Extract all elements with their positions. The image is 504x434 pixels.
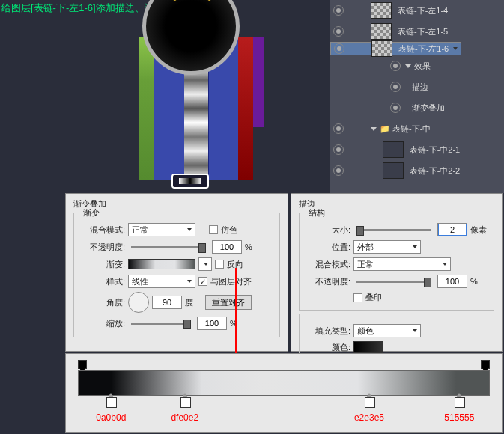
panel-title: 描边 [299,198,494,210]
gradient-preview[interactable] [128,259,195,269]
stroke-blend-select[interactable]: 正常 [353,257,451,271]
color-stop[interactable] [180,397,189,408]
color-stop[interactable] [365,397,374,408]
color-stop[interactable] [455,397,464,408]
position-select[interactable]: 外部 [353,240,421,254]
fx-item[interactable]: 描边 [387,76,504,97]
overprint-checkbox[interactable] [353,293,362,302]
stroke-opacity-slider[interactable] [356,281,431,283]
layer-folder[interactable]: 📁 表链-下-中 [330,118,504,139]
gradient-overlay-panel: 渐变叠加 渐变 混合模式:正常仿色 不透明度:% 渐变:反向 样式:线性与图层对… [65,193,288,352]
visibility-icon[interactable] [334,43,344,54]
layer-row-selected[interactable]: 表链-下-左1-6 [330,42,461,55]
visibility-icon[interactable] [390,103,401,113]
dither-checkbox[interactable] [209,225,218,234]
opacity-stop[interactable] [481,360,490,369]
align-checkbox[interactable] [198,277,207,286]
style-select[interactable]: 线性 [128,275,195,288]
angle-input[interactable] [152,296,182,309]
visibility-icon[interactable] [333,144,344,155]
panel-title: 渐变叠加 [73,198,280,210]
preview-area [97,0,270,193]
stroke-opacity-input[interactable] [437,275,467,288]
reset-align-button[interactable]: 重置对齐 [205,295,252,310]
blend-mode-select[interactable]: 正常 [128,223,195,236]
gradient-track[interactable] [78,370,490,396]
layer-name: 表链-下-左1-4 [398,5,448,16]
scale-input[interactable] [197,317,227,330]
layer-row[interactable]: 表链-下-左1-5 [330,21,504,42]
layer-row[interactable]: 表链-下-中2-1 [330,139,504,160]
visibility-icon[interactable] [390,61,401,71]
gradient-dropdown[interactable] [198,257,212,271]
stop-label: dfe0e2 [171,412,198,423]
angle-dial[interactable] [128,292,149,313]
visibility-icon[interactable] [333,123,344,134]
size-slider[interactable] [356,229,431,231]
fx-item[interactable]: 渐变叠加 [387,97,504,118]
visibility-icon[interactable] [333,165,344,176]
visibility-icon[interactable] [390,82,401,92]
layer-row[interactable]: 表链-下-左1-4 [330,0,504,21]
gradient-editor: 0a0b0d dfe0e2 e2e3e5 515555 [65,353,503,433]
stroke-color-swatch[interactable] [353,341,383,353]
layer-name: 表链-下-左1-5 [398,26,448,37]
folder-icon: 📁 [380,124,390,134]
visibility-icon[interactable] [333,26,344,37]
opacity-stop[interactable] [78,360,87,369]
reverse-checkbox[interactable] [215,260,224,269]
stop-label: 0a0b0d [96,412,126,423]
visibility-icon[interactable] [333,5,344,16]
stroke-panel: 描边 结构 大小:像素 位置:外部 混合模式:正常 不透明度:% 叠印 填充类型… [291,193,503,352]
stop-label: 515555 [444,412,474,423]
selected-segment [171,174,209,189]
layers-panel: 表链-下-左1-4 表链-下-左1-5 表链-下-左1-6 效果 描边 渐变叠加… [330,0,504,193]
fx-row[interactable]: 效果 [387,55,504,76]
opacity-slider[interactable] [131,246,206,248]
color-stop[interactable] [106,397,115,408]
stop-label: e2e3e5 [354,412,384,423]
scale-slider[interactable] [131,323,191,325]
opacity-input[interactable] [212,240,242,254]
fill-type-select[interactable]: 颜色 [353,324,421,337]
layer-row[interactable]: 表链-下-中2-2 [330,160,504,181]
size-input[interactable] [437,223,467,236]
layer-name: 表链-下-左1-6 [398,43,449,55]
